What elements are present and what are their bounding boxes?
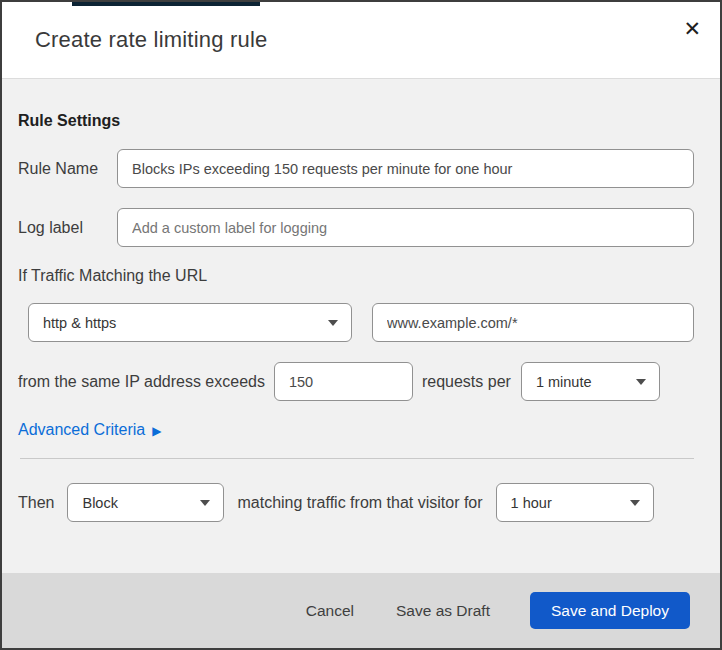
requests-count-input[interactable]	[274, 362, 413, 401]
duration-select-value: 1 hour	[511, 495, 552, 511]
action-middle-label: matching traffic from that visitor for	[237, 494, 482, 512]
requests-per-label: requests per	[422, 373, 511, 391]
rule-name-label: Rule Name	[18, 160, 117, 178]
expand-right-arrow-icon: ▶	[152, 423, 161, 437]
close-icon[interactable]: ✕	[677, 14, 707, 43]
scheme-select[interactable]: http & https	[28, 303, 352, 342]
threshold-row: from the same IP address exceeds request…	[18, 362, 694, 401]
rule-name-input[interactable]	[117, 149, 694, 188]
threshold-prefix-label: from the same IP address exceeds	[18, 373, 265, 391]
url-pattern-input[interactable]	[372, 303, 694, 342]
then-label: Then	[18, 494, 54, 512]
action-select[interactable]: Block	[67, 483, 224, 522]
page-behind-strip	[72, 2, 260, 6]
action-row: Then Block matching traffic from that vi…	[18, 483, 694, 522]
traffic-match-intro: If Traffic Matching the URL	[18, 267, 694, 285]
advanced-criteria-label: Advanced Criteria	[18, 421, 145, 439]
period-select[interactable]: 1 minute	[521, 362, 660, 401]
dialog-header: Create rate limiting rule ✕	[2, 2, 720, 79]
chevron-down-icon	[636, 379, 646, 385]
period-select-value: 1 minute	[536, 374, 592, 390]
advanced-criteria-link[interactable]: Advanced Criteria ▶	[18, 421, 161, 439]
cancel-button[interactable]: Cancel	[304, 596, 356, 626]
chevron-down-icon	[328, 320, 338, 326]
dialog-body: Rule Settings Rule Name Log label If Tra…	[2, 79, 720, 573]
duration-select[interactable]: 1 hour	[496, 483, 654, 522]
rule-name-row: Rule Name	[18, 149, 694, 188]
log-label-label: Log label	[18, 219, 117, 237]
section-divider	[20, 458, 694, 459]
dialog-footer: Cancel Save as Draft Save and Deploy	[2, 573, 720, 648]
create-rate-limiting-rule-dialog: Create rate limiting rule ✕ Rule Setting…	[0, 0, 722, 650]
chevron-down-icon	[200, 500, 210, 506]
action-select-value: Block	[82, 495, 117, 511]
rule-settings-heading: Rule Settings	[18, 112, 694, 130]
log-label-input[interactable]	[117, 208, 694, 247]
save-and-deploy-button[interactable]: Save and Deploy	[530, 592, 690, 629]
chevron-down-icon	[630, 500, 640, 506]
save-as-draft-button[interactable]: Save as Draft	[394, 596, 492, 626]
dialog-title: Create rate limiting rule	[35, 27, 267, 53]
traffic-match-row: http & https	[28, 303, 694, 342]
log-label-row: Log label	[18, 208, 694, 247]
scheme-select-value: http & https	[43, 315, 116, 331]
